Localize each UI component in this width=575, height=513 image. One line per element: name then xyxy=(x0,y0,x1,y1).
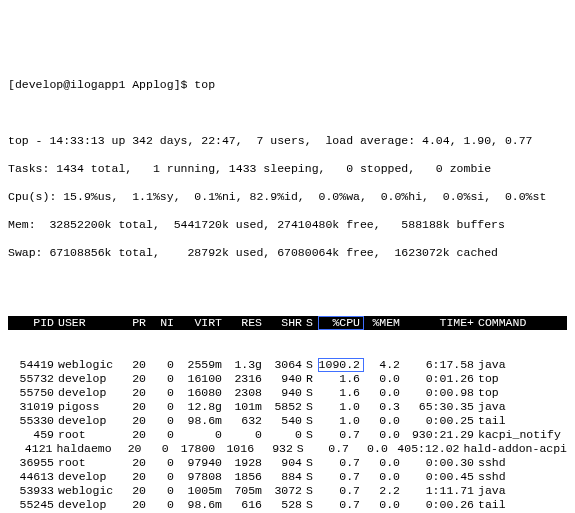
summary-line-1: top - 14:33:13 up 342 days, 22:47, 7 use… xyxy=(8,134,567,148)
table-row: 55245develop20098.6m616528S0.70.00:00.26… xyxy=(8,498,567,512)
cell-user: develop xyxy=(58,414,122,428)
cell-cmd: tail xyxy=(478,414,567,428)
cell-s: S xyxy=(306,456,318,470)
cell-virt: 0 xyxy=(178,428,226,442)
cell-mem: 0.0 xyxy=(364,456,404,470)
cell-pid: 31019 xyxy=(8,400,58,414)
cell-mem: 0.0 xyxy=(364,470,404,484)
cell-virt: 17800 xyxy=(173,442,220,456)
cell-pid: 55732 xyxy=(8,372,58,386)
cell-s: S xyxy=(306,484,318,498)
cell-ni: 0 xyxy=(150,428,178,442)
cell-mem: 0.0 xyxy=(364,498,404,512)
cell-user: root xyxy=(58,428,122,442)
cell-res: 1016 xyxy=(219,442,258,456)
cell-user: weblogic xyxy=(58,484,122,498)
cell-pr: 20 xyxy=(122,498,150,512)
cell-pid: 55750 xyxy=(8,386,58,400)
summary-line-4: Mem: 32852200k total, 5441720k used, 274… xyxy=(8,218,567,232)
cell-pid: 53933 xyxy=(8,484,58,498)
cell-cpu: 1.0 xyxy=(318,400,364,414)
col-pid[interactable]: PID xyxy=(8,316,58,330)
cell-cmd: java xyxy=(478,484,567,498)
cell-time: 6:17.58 xyxy=(404,358,478,372)
cell-s: S xyxy=(306,498,318,512)
col-res[interactable]: RES xyxy=(226,316,266,330)
cell-shr: 904 xyxy=(266,456,306,470)
cell-pid: 36955 xyxy=(8,456,58,470)
col-pr[interactable]: PR xyxy=(122,316,150,330)
col-shr[interactable]: SHR xyxy=(266,316,306,330)
cell-s: S xyxy=(306,470,318,484)
cell-user: weblogic xyxy=(58,358,122,372)
table-row: 55330develop20098.6m632540S1.00.00:00.25… xyxy=(8,414,567,428)
table-row: 44613develop200978081856884S0.70.00:00.4… xyxy=(8,470,567,484)
column-header-row[interactable]: PID USER PR NI VIRT RES SHR S %CPU %MEM … xyxy=(8,316,567,330)
cell-cpu: 0.7 xyxy=(318,484,364,498)
cell-ni: 0 xyxy=(150,456,178,470)
cell-cpu: 0.7 xyxy=(318,498,364,512)
cell-res: 101m xyxy=(226,400,266,414)
cell-ni: 0 xyxy=(150,372,178,386)
cell-user: pigoss xyxy=(58,400,122,414)
cell-cmd: sshd xyxy=(478,470,567,484)
col-s[interactable]: S xyxy=(306,316,318,330)
cell-pr: 20 xyxy=(122,470,150,484)
cell-shr: 5852 xyxy=(266,400,306,414)
cell-shr: 940 xyxy=(266,386,306,400)
cell-ni: 0 xyxy=(146,442,173,456)
table-row: 4121haldaemo200178001016932S0.70.0405:12… xyxy=(8,442,567,456)
cell-time: 0:00.25 xyxy=(404,414,478,428)
col-virt[interactable]: VIRT xyxy=(178,316,226,330)
cell-shr: 932 xyxy=(258,442,297,456)
cell-cmd: top xyxy=(478,386,567,400)
cell-user: root xyxy=(58,456,122,470)
table-row: 31019pigoss20012.8g101m5852S1.00.365:30.… xyxy=(8,400,567,414)
cell-pr: 20 xyxy=(122,372,150,386)
cell-cmd: top xyxy=(478,372,567,386)
cell-shr: 884 xyxy=(266,470,306,484)
table-row: 36955root200979401928904S0.70.00:00.30ss… xyxy=(8,456,567,470)
cell-virt: 98.6m xyxy=(178,498,226,512)
cell-cmd: kacpi_notify xyxy=(478,428,567,442)
cell-time: 0:00.30 xyxy=(404,456,478,470)
cell-mem: 4.2 xyxy=(364,358,404,372)
col-cmd[interactable]: COMMAND xyxy=(478,316,567,330)
cell-res: 616 xyxy=(226,498,266,512)
cell-pid: 459 xyxy=(8,428,58,442)
cell-cpu: 0.7 xyxy=(318,470,364,484)
cell-mem: 0.3 xyxy=(364,400,404,414)
cell-pid: 55245 xyxy=(8,498,58,512)
cell-user: develop xyxy=(58,470,122,484)
cell-shr: 540 xyxy=(266,414,306,428)
cell-pr: 20 xyxy=(122,358,150,372)
cell-pr: 20 xyxy=(122,428,150,442)
blank-line xyxy=(8,106,567,120)
col-cpu[interactable]: %CPU xyxy=(318,316,364,330)
summary-line-5: Swap: 67108856k total, 28792k used, 6708… xyxy=(8,246,567,260)
cell-pid: 4121 xyxy=(8,442,56,456)
col-time[interactable]: TIME+ xyxy=(404,316,478,330)
cell-cpu: 1.6 xyxy=(318,386,364,400)
cell-user: develop xyxy=(58,498,122,512)
terminal[interactable]: [develop@ilogapp1 Applog]$ top top - 14:… xyxy=(8,64,567,513)
summary-line-2: Tasks: 1434 total, 1 running, 1433 sleep… xyxy=(8,162,567,176)
cell-mem: 0.0 xyxy=(364,428,404,442)
col-mem[interactable]: %MEM xyxy=(364,316,404,330)
cell-res: 2308 xyxy=(226,386,266,400)
cell-virt: 2559m xyxy=(178,358,226,372)
summary-line-3: Cpu(s): 15.9%us, 1.1%sy, 0.1%ni, 82.9%id… xyxy=(8,190,567,204)
col-ni[interactable]: NI xyxy=(150,316,178,330)
cell-shr: 940 xyxy=(266,372,306,386)
cell-time: 930:21.29 xyxy=(404,428,478,442)
cell-time: 65:30.35 xyxy=(404,400,478,414)
cell-ni: 0 xyxy=(150,386,178,400)
cell-time: 405:12.02 xyxy=(392,442,464,456)
col-user[interactable]: USER xyxy=(58,316,122,330)
cell-s: S xyxy=(306,400,318,414)
cell-s: S xyxy=(306,358,318,372)
cell-cmd: java xyxy=(478,358,567,372)
cell-time: 1:11.71 xyxy=(404,484,478,498)
cell-mem: 0.0 xyxy=(364,414,404,428)
cell-s: S xyxy=(306,386,318,400)
